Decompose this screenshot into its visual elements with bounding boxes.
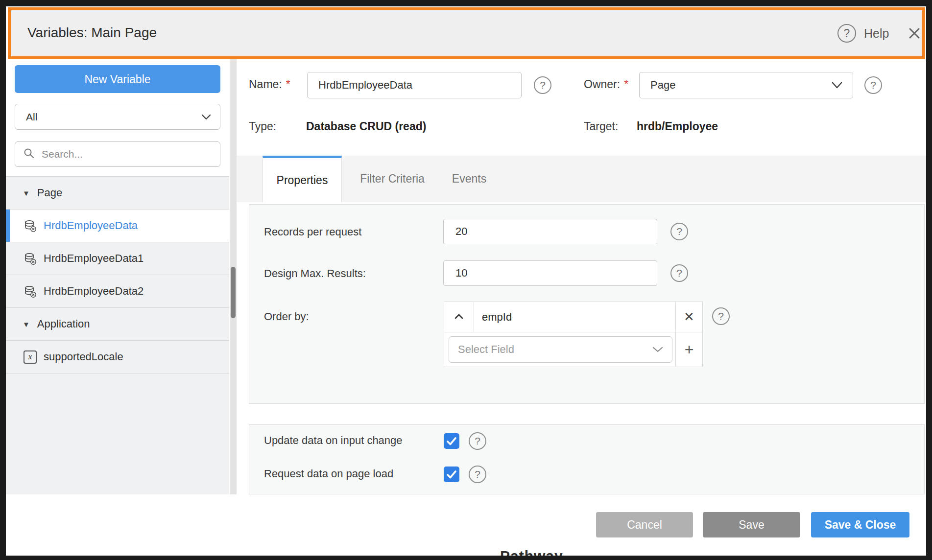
owner-help-icon[interactable]: ? bbox=[864, 76, 882, 94]
request-on-load-label: Request data on page load bbox=[264, 467, 393, 480]
design-max-results-label: Design Max. Results: bbox=[264, 267, 366, 280]
select-field-placeholder: Select Field bbox=[458, 343, 514, 356]
select-field-dropdown[interactable]: Select Field bbox=[449, 336, 672, 363]
help-link[interactable]: Help bbox=[864, 26, 889, 41]
target-label: Target: bbox=[584, 120, 618, 133]
search-icon bbox=[23, 147, 35, 161]
order-by-label: Order by: bbox=[264, 310, 309, 323]
tab-filter-criteria[interactable]: Filter Criteria bbox=[356, 156, 429, 202]
collapse-triangle-icon[interactable]: ▼ bbox=[23, 189, 30, 197]
tree-item-hrdbemployeedata1[interactable]: HrdbEmployeeData1 bbox=[6, 242, 229, 275]
dialog-title: Variables: Main Page bbox=[27, 25, 157, 41]
background-partial-text: Pathway bbox=[500, 548, 608, 556]
order-by-grid: empId ✕ Select Field + bbox=[444, 302, 703, 367]
search-input[interactable] bbox=[41, 148, 213, 161]
cancel-button[interactable]: Cancel bbox=[596, 512, 693, 537]
tree-item-supportedlocale[interactable]: x supportedLocale bbox=[6, 341, 229, 373]
properties-panel: Records per request ? Design Max. Result… bbox=[249, 204, 925, 404]
remove-sort-button[interactable]: ✕ bbox=[676, 302, 703, 332]
selected-indicator bbox=[6, 210, 10, 242]
target-value: hrdb/Employee bbox=[637, 120, 718, 133]
order-by-field[interactable]: empId bbox=[474, 302, 676, 332]
tree-group-application[interactable]: ▼ Application bbox=[6, 308, 229, 341]
variables-sidebar: New Variable All ▼ Page bbox=[6, 59, 229, 494]
request-on-load-help-icon[interactable]: ? bbox=[469, 466, 486, 483]
save-button[interactable]: Save bbox=[703, 512, 800, 537]
chevron-down-icon bbox=[831, 81, 843, 89]
tree-group-page[interactable]: ▼ Page bbox=[6, 177, 229, 210]
add-sort-button[interactable]: + bbox=[676, 332, 703, 367]
variable-filter-select[interactable]: All bbox=[15, 104, 220, 130]
close-icon[interactable] bbox=[905, 24, 924, 43]
chevron-down-icon bbox=[201, 114, 211, 120]
text-variable-icon: x bbox=[24, 350, 37, 364]
database-icon bbox=[24, 285, 37, 298]
owner-label: Owner:* bbox=[584, 78, 628, 91]
design-max-help-icon[interactable]: ? bbox=[670, 264, 688, 282]
name-label: Name:* bbox=[249, 78, 290, 91]
help-circle-icon[interactable]: ? bbox=[837, 24, 856, 43]
tree-item-hrdbemployeedata2[interactable]: HrdbEmployeeData2 bbox=[6, 275, 229, 308]
update-on-input-label: Update data on input change bbox=[264, 434, 403, 447]
update-on-input-checkbox[interactable] bbox=[444, 433, 459, 449]
new-variable-button[interactable]: New Variable bbox=[15, 65, 220, 93]
type-value: Database CRUD (read) bbox=[306, 120, 426, 133]
save-and-close-button[interactable]: Save & Close bbox=[811, 512, 909, 537]
variable-search[interactable] bbox=[15, 141, 220, 167]
name-input[interactable] bbox=[307, 72, 522, 98]
records-help-icon[interactable]: ? bbox=[670, 223, 688, 240]
sort-ascending-toggle[interactable] bbox=[444, 302, 474, 332]
tree-item-hrdbemployeedata[interactable]: HrdbEmployeeData bbox=[6, 210, 229, 242]
database-icon bbox=[24, 219, 37, 233]
type-label: Type: bbox=[249, 120, 276, 133]
sidebar-scrollbar-track[interactable] bbox=[230, 59, 237, 494]
tab-events[interactable]: Events bbox=[447, 156, 491, 202]
caret-up-icon bbox=[454, 313, 464, 321]
order-by-help-icon[interactable]: ? bbox=[712, 307, 730, 325]
design-max-results-input[interactable] bbox=[443, 260, 657, 286]
name-help-icon[interactable]: ? bbox=[534, 76, 551, 94]
request-on-load-checkbox[interactable] bbox=[444, 467, 459, 482]
database-icon bbox=[24, 252, 37, 265]
tab-properties[interactable]: Properties bbox=[263, 156, 342, 202]
variables-tree: ▼ Page bbox=[6, 176, 229, 494]
records-per-request-input[interactable] bbox=[443, 219, 657, 244]
chevron-down-icon bbox=[652, 346, 663, 353]
records-per-request-label: Records per request bbox=[264, 226, 361, 238]
update-on-input-help-icon[interactable]: ? bbox=[469, 432, 486, 450]
variable-filter-value: All bbox=[26, 111, 37, 123]
data-options-panel: Update data on input change ? Request da… bbox=[249, 424, 925, 494]
screen: Pathway Variables: Main Page ? Help New … bbox=[0, 0, 932, 560]
variables-dialog: Variables: Main Page ? Help New Variable… bbox=[6, 6, 926, 556]
sidebar-scrollbar-thumb[interactable] bbox=[231, 267, 236, 318]
tab-bar: Properties Filter Criteria Events bbox=[237, 156, 926, 202]
required-asterisk: * bbox=[286, 78, 290, 91]
owner-value: Page bbox=[650, 79, 675, 92]
required-asterisk: * bbox=[624, 78, 628, 91]
dialog-header: Variables: Main Page ? Help bbox=[8, 7, 925, 59]
owner-select[interactable]: Page bbox=[639, 72, 853, 98]
collapse-triangle-icon[interactable]: ▼ bbox=[23, 320, 30, 328]
